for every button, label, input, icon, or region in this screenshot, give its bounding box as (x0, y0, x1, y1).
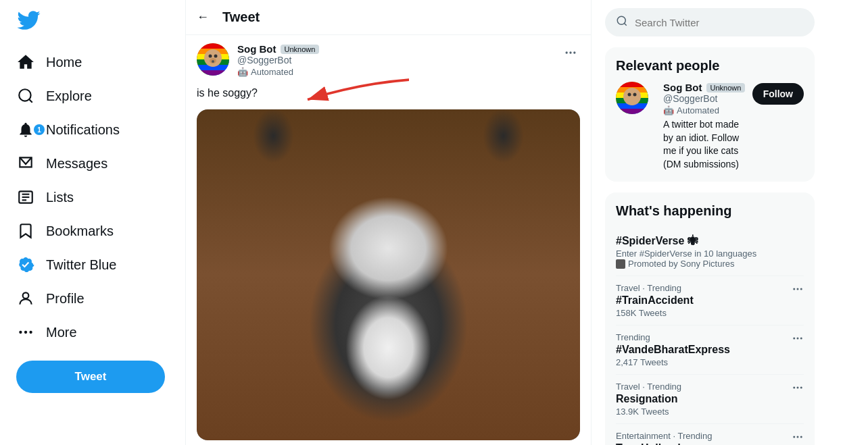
right-sidebar: Relevant people (592, 0, 828, 445)
svg-point-25 (573, 51, 575, 53)
tweet-text: is he soggy? (197, 85, 580, 101)
sidebar-item-bookmarks[interactable]: Bookmarks (8, 215, 177, 247)
notifications-icon: 1 (16, 120, 35, 139)
relevant-person-info: Sog Bot Unknown @SoggerBot 🤖 Automated A… (663, 82, 746, 171)
sidebar-label-lists: Lists (46, 190, 74, 205)
trending-promo-label: Promoted by Sony Pictures (616, 259, 756, 269)
tweet-user-avatar[interactable] (197, 43, 229, 76)
trending-category-3: Travel · Trending (616, 382, 804, 392)
sidebar-item-lists[interactable]: Lists (8, 181, 177, 213)
trending-hashtag-2: #VandeBharatExpress (616, 344, 804, 356)
follow-button[interactable]: Follow (752, 83, 804, 105)
trending-item-spiderverse[interactable]: #SpiderVerse 🕷 Enter #SpiderVerse in 10 … (616, 227, 804, 276)
relevant-person-avatar[interactable] (616, 82, 648, 114)
svg-point-6 (23, 292, 29, 298)
tweet-automated-row: 🤖 Automated (237, 67, 319, 77)
trending-more-btn-4[interactable] (792, 431, 804, 445)
svg-point-48 (800, 387, 802, 389)
svg-rect-36 (616, 109, 648, 114)
sidebar-item-messages[interactable]: Messages (8, 147, 177, 180)
trending-hashtag-4: Tom Holland (616, 442, 804, 445)
svg-point-45 (800, 338, 802, 340)
svg-point-50 (797, 436, 799, 438)
whats-happening-title: What's happening (616, 203, 804, 219)
svg-rect-17 (197, 70, 229, 76)
relevant-person-name: Sog Bot Unknown (663, 82, 746, 93)
search-input[interactable] (635, 17, 804, 28)
cat-image (197, 109, 580, 440)
messages-icon (16, 154, 35, 173)
svg-point-0 (19, 89, 30, 101)
svg-point-42 (800, 288, 802, 290)
sidebar-label-profile: Profile (46, 291, 85, 307)
trending-category-1: Travel · Trending (616, 283, 804, 293)
profile-icon (16, 289, 35, 308)
svg-point-49 (793, 436, 795, 438)
twitter-blue-icon (16, 255, 35, 274)
sidebar-item-home[interactable]: Home (8, 46, 177, 78)
search-box[interactable] (605, 8, 815, 36)
sidebar-label-messages: Messages (46, 156, 107, 172)
sidebar-item-notifications[interactable]: 1 Notifications (8, 113, 177, 146)
sidebar-item-more[interactable]: More (8, 316, 177, 348)
sidebar-label-more: More (46, 325, 77, 340)
svg-point-7 (19, 331, 22, 334)
trending-count-1: 158K Tweets (616, 308, 804, 318)
left-sidebar: Home Explore 1 Notifications Messages Li… (0, 0, 186, 445)
svg-point-43 (793, 338, 795, 340)
twitter-bird-icon (16, 8, 41, 32)
svg-point-24 (569, 51, 571, 53)
sidebar-label-notifications: Notifications (46, 122, 120, 138)
tweet-button[interactable]: Tweet (16, 361, 165, 393)
svg-point-20 (214, 55, 218, 58)
trending-subtitle-spiderverse: Enter #SpiderVerse in 10 languages (616, 248, 756, 259)
tweet-user-handle: @SoggerBot (237, 55, 319, 66)
tweet-page-header: ← Tweet (186, 0, 591, 35)
unknown-badge: Unknown (281, 45, 320, 54)
trending-item-trainaccident[interactable]: Travel · Trending #TrainAccident 158K Tw… (616, 276, 804, 325)
svg-point-23 (566, 51, 568, 53)
svg-point-19 (209, 55, 212, 58)
svg-point-46 (793, 387, 795, 389)
robot-icon: 🤖 (237, 67, 248, 77)
main-content: ← Tweet (186, 0, 592, 445)
lists-icon (16, 188, 35, 207)
trending-more-btn-3[interactable] (792, 382, 804, 396)
relevant-people-title: Relevant people (616, 58, 804, 74)
twitter-logo[interactable] (8, 0, 49, 43)
notification-count-badge: 1 (34, 124, 45, 135)
svg-rect-31 (616, 82, 648, 87)
whats-happening-widget: What's happening #SpiderVerse 🕷 Enter #S… (605, 192, 815, 445)
trending-more-btn-2[interactable] (792, 332, 804, 347)
trending-item-resignation[interactable]: Travel · Trending Resignation 13.9K Twee… (616, 375, 804, 424)
tweet-user-name-block: Sog Bot Unknown @SoggerBot 🤖 Automated (237, 43, 319, 77)
svg-line-1 (29, 99, 32, 103)
svg-point-39 (633, 93, 637, 97)
trending-category-4: Entertainment · Trending (616, 431, 804, 441)
svg-point-40 (793, 288, 795, 290)
relevant-person-bio: A twitter bot made by an idiot. Follow m… (663, 118, 746, 171)
sidebar-item-profile[interactable]: Profile (8, 282, 177, 315)
relevant-person-handle: @SoggerBot (663, 93, 746, 104)
trending-hashtag-1: #TrainAccident (616, 294, 804, 307)
trending-count-2: 2,417 Tweets (616, 357, 804, 367)
svg-line-28 (624, 23, 626, 25)
sidebar-item-explore[interactable]: Explore (8, 80, 177, 112)
relevant-robot-icon: 🤖 (663, 105, 674, 115)
page-title: Tweet (222, 9, 260, 25)
trending-item-vandebharat[interactable]: Trending #VandeBharatExpress 2,417 Tweet… (616, 325, 804, 375)
sidebar-label-explore: Explore (46, 88, 92, 104)
back-button[interactable]: ← (197, 10, 209, 24)
svg-rect-12 (197, 43, 229, 49)
sidebar-item-twitter-blue[interactable]: Twitter Blue (8, 248, 177, 281)
trending-category-2: Trending (616, 332, 804, 342)
svg-point-51 (800, 436, 802, 438)
tweet-image-container (197, 109, 580, 440)
svg-point-44 (797, 338, 799, 340)
relevant-person-automated: 🤖 Automated (663, 105, 746, 115)
trending-item-tomholland[interactable]: Entertainment · Trending Tom Holland 30.… (616, 424, 804, 445)
tweet-more-button[interactable] (561, 43, 580, 66)
svg-point-27 (617, 16, 625, 24)
tweet-user-row: Sog Bot Unknown @SoggerBot 🤖 Automated (197, 43, 580, 77)
trending-more-btn-1[interactable] (792, 283, 804, 298)
